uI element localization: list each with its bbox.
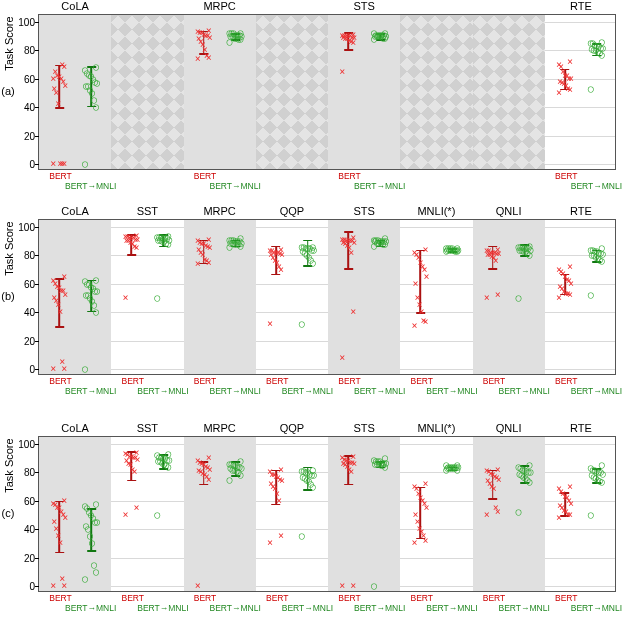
task-title: CoLA bbox=[61, 0, 89, 12]
x-category-label: BERT bbox=[121, 376, 144, 386]
data-point: × bbox=[483, 467, 491, 475]
x-category-label: BERT bbox=[49, 171, 72, 181]
data-point: ○ bbox=[153, 294, 161, 302]
data-point: × bbox=[421, 480, 429, 488]
data-point: ○ bbox=[587, 464, 595, 472]
data-point: × bbox=[49, 500, 57, 508]
panel-label: (b) bbox=[0, 290, 16, 302]
missing-task-hatch bbox=[400, 15, 472, 169]
data-point: × bbox=[411, 511, 419, 519]
data-point: × bbox=[566, 263, 574, 271]
task-title: MRPC bbox=[203, 205, 235, 217]
data-point: × bbox=[556, 283, 564, 291]
y-tick: 20 bbox=[13, 552, 35, 563]
data-point: ○ bbox=[237, 457, 245, 465]
data-point: ○ bbox=[381, 454, 389, 462]
x-category-label: BERT bbox=[194, 376, 217, 386]
data-point: ○ bbox=[237, 234, 245, 242]
x-category-label: BERT→MNLI bbox=[65, 603, 116, 613]
data-point: × bbox=[494, 466, 502, 474]
data-point: × bbox=[60, 497, 68, 505]
data-point: × bbox=[56, 160, 64, 168]
data-point: × bbox=[132, 449, 140, 457]
data-point: ○ bbox=[81, 365, 89, 373]
y-tick: 100 bbox=[13, 439, 35, 450]
data-point: × bbox=[411, 280, 419, 288]
data-point: × bbox=[556, 502, 564, 510]
data-point: ○ bbox=[92, 276, 100, 284]
data-point: ○ bbox=[298, 243, 306, 251]
data-point: × bbox=[54, 100, 62, 108]
figure: Task Score020406080100CoLA××××××××××××××… bbox=[0, 0, 640, 618]
task-title: RTE bbox=[570, 0, 592, 12]
data-point: × bbox=[494, 291, 502, 299]
data-point: ○ bbox=[90, 561, 98, 569]
x-category-label: BERT bbox=[555, 593, 578, 603]
data-point: × bbox=[555, 485, 563, 493]
x-category-label: BERT→MNLI bbox=[282, 603, 333, 613]
data-point: × bbox=[277, 532, 285, 540]
data-point: ○ bbox=[82, 82, 90, 90]
x-category-label: BERT bbox=[483, 376, 506, 386]
x-category-label: BERT→MNLI bbox=[210, 181, 261, 191]
data-point: ○ bbox=[81, 502, 89, 510]
data-point: ○ bbox=[587, 85, 595, 93]
x-category-label: BERT→MNLI bbox=[354, 181, 405, 191]
x-category-label: BERT→MNLI bbox=[426, 603, 477, 613]
data-point: ○ bbox=[309, 466, 317, 474]
task-title: RTE bbox=[570, 205, 592, 217]
data-point: × bbox=[121, 294, 129, 302]
data-point: ○ bbox=[153, 451, 161, 459]
data-point: ○ bbox=[515, 463, 523, 471]
data-point: × bbox=[60, 273, 68, 281]
panel-label: (c) bbox=[0, 507, 16, 519]
task-title: MRPC bbox=[203, 0, 235, 12]
data-point: × bbox=[194, 55, 202, 63]
x-category-label: BERT bbox=[338, 376, 361, 386]
data-point: ○ bbox=[442, 244, 450, 252]
data-point: × bbox=[349, 234, 357, 242]
data-point: × bbox=[58, 61, 66, 69]
x-category-label: BERT bbox=[266, 593, 289, 603]
y-tick: 100 bbox=[13, 17, 35, 28]
data-point: ○ bbox=[598, 38, 606, 46]
data-point: × bbox=[194, 457, 202, 465]
x-category-label: BERT→MNLI bbox=[354, 386, 405, 396]
data-point: × bbox=[566, 483, 574, 491]
task-title: RTE bbox=[570, 422, 592, 434]
y-tick: 40 bbox=[13, 524, 35, 535]
y-tick: 60 bbox=[13, 73, 35, 84]
task-title: SST bbox=[137, 205, 158, 217]
data-point: × bbox=[494, 246, 502, 254]
data-point: ○ bbox=[370, 456, 378, 464]
data-point: × bbox=[555, 89, 563, 97]
data-point: × bbox=[338, 32, 346, 40]
y-tick: 0 bbox=[13, 580, 35, 591]
data-point: ○ bbox=[92, 63, 100, 71]
data-point: × bbox=[205, 27, 213, 35]
task-title: MRPC bbox=[203, 422, 235, 434]
data-point: × bbox=[338, 454, 346, 462]
data-point: × bbox=[132, 504, 140, 512]
data-point: ○ bbox=[153, 233, 161, 241]
data-point: ○ bbox=[442, 461, 450, 469]
data-point: × bbox=[483, 511, 491, 519]
x-category-label: BERT bbox=[266, 376, 289, 386]
data-point: × bbox=[410, 539, 418, 547]
task-title: STS bbox=[353, 0, 374, 12]
data-point: × bbox=[566, 58, 574, 66]
x-category-label: BERT→MNLI bbox=[354, 603, 405, 613]
data-point: ○ bbox=[81, 575, 89, 583]
x-category-label: BERT bbox=[338, 593, 361, 603]
data-point: × bbox=[49, 277, 57, 285]
data-point: × bbox=[338, 354, 346, 362]
x-category-label: BERT→MNLI bbox=[571, 386, 622, 396]
data-point: × bbox=[194, 237, 202, 245]
data-point: ○ bbox=[526, 242, 534, 250]
data-point: ○ bbox=[81, 160, 89, 168]
data-point: × bbox=[194, 582, 202, 590]
task-title: QNLI bbox=[496, 205, 522, 217]
data-point: × bbox=[49, 582, 57, 590]
data-point: × bbox=[132, 232, 140, 240]
x-category-label: BERT bbox=[555, 376, 578, 386]
